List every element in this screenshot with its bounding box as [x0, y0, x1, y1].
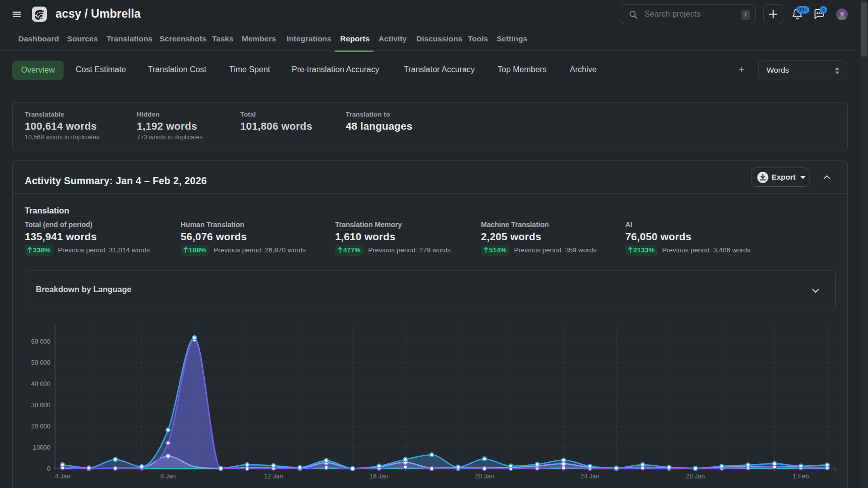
svg-text:4 Jan: 4 Jan	[55, 473, 71, 480]
svg-text:60 000: 60 000	[31, 338, 50, 345]
svg-text:20 Jan: 20 Jan	[475, 473, 494, 480]
svg-text:30 000: 30 000	[31, 402, 50, 409]
svg-text:28 Jan: 28 Jan	[686, 473, 705, 480]
svg-text:16 Jan: 16 Jan	[369, 473, 389, 480]
svg-text:50 000: 50 000	[31, 359, 50, 366]
svg-text:12 Jan: 12 Jan	[264, 473, 283, 480]
svg-text:8 Jan: 8 Jan	[160, 473, 176, 480]
svg-text:10000: 10000	[33, 444, 50, 451]
svg-text:40 000: 40 000	[31, 381, 50, 388]
svg-text:1 Feb: 1 Feb	[793, 473, 809, 480]
svg-text:24 Jan: 24 Jan	[580, 473, 600, 480]
svg-text:0: 0	[47, 465, 50, 472]
svg-text:20 000: 20 000	[31, 423, 50, 430]
